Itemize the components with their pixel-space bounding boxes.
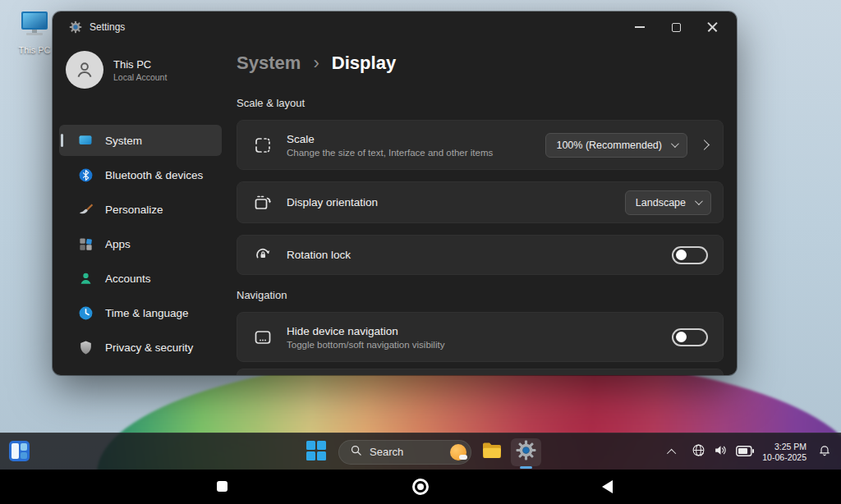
system-icon [77, 132, 94, 149]
sidebar-item-privacy[interactable]: Privacy & security [59, 332, 222, 363]
chevron-down-icon [695, 197, 703, 205]
sidebar-item-system[interactable]: System [59, 125, 222, 156]
bluetooth-icon [77, 167, 94, 183]
sidebar-item-label: Bluetooth & devices [105, 169, 203, 181]
sidebar-item-personalize[interactable]: Personalize [59, 194, 222, 225]
weather-icon[interactable] [450, 444, 466, 460]
scale-value: 100% (Recommended) [556, 140, 662, 151]
close-button[interactable] [694, 11, 730, 43]
rotation-lock-icon [252, 245, 273, 265]
gear-icon [516, 440, 536, 464]
system-tray: 3:25 PM 10-06-2025 [662, 433, 834, 470]
paintbrush-icon [77, 201, 94, 218]
scale-title: Scale [287, 133, 493, 145]
breadcrumb-separator-icon: › [313, 53, 319, 73]
partial-next-row [237, 369, 724, 375]
sidebar-item-label: System [105, 135, 142, 147]
monitor-icon [17, 28, 52, 42]
scale-row[interactable]: Scale Change the size of text, Interface… [237, 120, 724, 170]
titlebar[interactable]: Settings [53, 11, 737, 43]
windows-logo-icon [306, 440, 327, 465]
clock-icon [77, 305, 94, 321]
search-icon [350, 444, 362, 460]
toggle-knob [676, 250, 687, 260]
search-label: Search [370, 446, 450, 458]
network-button[interactable] [692, 443, 705, 460]
bell-icon [818, 443, 831, 460]
user-subtitle: Local Account [113, 72, 167, 82]
avatar [66, 51, 103, 89]
toggle-knob [676, 332, 687, 342]
settings-app-button[interactable] [511, 438, 541, 466]
clock[interactable]: 3:25 PM 10-06-2025 [762, 442, 807, 463]
scale-dropdown[interactable]: 100% (Recommended) [545, 133, 687, 158]
sidebar-item-label: Accounts [105, 273, 151, 285]
orientation-value: Landscape [636, 197, 686, 208]
battery-button[interactable] [736, 445, 754, 460]
tray-overflow-button[interactable] [662, 449, 683, 456]
search-box[interactable]: Search [338, 440, 471, 465]
rotation-lock-title: Rotation lock [287, 249, 351, 261]
user-name: This PC [113, 58, 167, 71]
window-title: Settings [90, 21, 125, 33]
display-orientation-row[interactable]: Display orientation Landscape [237, 181, 724, 223]
hide-nav-title: Hide device navigation [287, 325, 444, 337]
orientation-icon [252, 193, 273, 213]
taskbar: Search [0, 433, 841, 470]
notifications-button[interactable] [815, 443, 834, 460]
main-content: System › Display Scale & layout Scale [237, 43, 737, 375]
widgets-icon [8, 451, 30, 465]
breadcrumb-parent[interactable]: System [237, 53, 301, 73]
chevron-right-icon[interactable] [699, 140, 710, 150]
sidebar-item-time-language[interactable]: Time & language [59, 297, 222, 328]
back-icon[interactable] [602, 480, 613, 493]
speaker-icon [714, 443, 728, 460]
settings-window: Settings This PC Local Account [53, 11, 737, 375]
android-navbar [0, 470, 841, 504]
orientation-title: Display orientation [287, 196, 378, 208]
shield-icon [77, 339, 94, 355]
sidebar-item-apps[interactable]: Apps [59, 228, 222, 259]
rotation-lock-row[interactable]: Rotation lock [237, 235, 724, 275]
home-icon[interactable] [412, 479, 429, 495]
section-scale-layout: Scale & layout [237, 97, 305, 109]
sidebar-item-accounts[interactable]: Accounts [59, 263, 222, 294]
active-app-indicator [520, 466, 532, 469]
sidebar-item-pc-update[interactable]: PC Update [59, 366, 222, 375]
page-title: Display [332, 53, 396, 73]
maximize-icon [672, 23, 681, 32]
sidebar-item-label: Privacy & security [105, 341, 193, 354]
folder-icon [481, 441, 503, 464]
sidebar-item-label: Apps [105, 238, 131, 250]
scale-subtitle: Change the size of text, Interface and o… [287, 148, 493, 158]
gear-icon [69, 21, 82, 34]
scale-icon [252, 135, 273, 155]
chevron-up-icon [667, 448, 676, 457]
chevron-down-icon [671, 140, 679, 148]
volume-button[interactable] [714, 443, 728, 460]
start-button[interactable] [306, 440, 327, 465]
hide-nav-toggle[interactable] [672, 328, 708, 346]
hide-device-navigation-row[interactable]: Hide device navigation Toggle bottom/sof… [237, 312, 724, 362]
file-explorer-button[interactable] [481, 441, 503, 464]
close-icon [707, 22, 718, 33]
hide-nav-subtitle: Toggle bottom/soft navigation visibility [287, 340, 444, 350]
minimize-button[interactable] [622, 11, 658, 43]
user-account[interactable]: This PC Local Account [66, 51, 167, 89]
orientation-dropdown[interactable]: Landscape [625, 190, 711, 215]
desktop: This PC [0, 0, 841, 504]
maximize-button[interactable] [658, 11, 694, 43]
apps-icon [77, 236, 94, 252]
tray-time: 3:25 PM [762, 442, 807, 452]
rotation-lock-toggle[interactable] [672, 246, 708, 264]
section-navigation: Navigation [237, 289, 287, 301]
minimize-icon [635, 26, 645, 27]
widgets-button[interactable] [8, 440, 30, 465]
sidebar-item-label: Time & language [105, 307, 189, 319]
sidebar-item-label: Personalize [105, 204, 163, 216]
recents-icon[interactable] [217, 481, 227, 492]
sidebar-nav: System Bluetooth & devices [59, 125, 222, 375]
globe-icon [692, 443, 705, 460]
sidebar-item-bluetooth[interactable]: Bluetooth & devices [59, 159, 222, 190]
device-navigation-icon [252, 328, 273, 347]
